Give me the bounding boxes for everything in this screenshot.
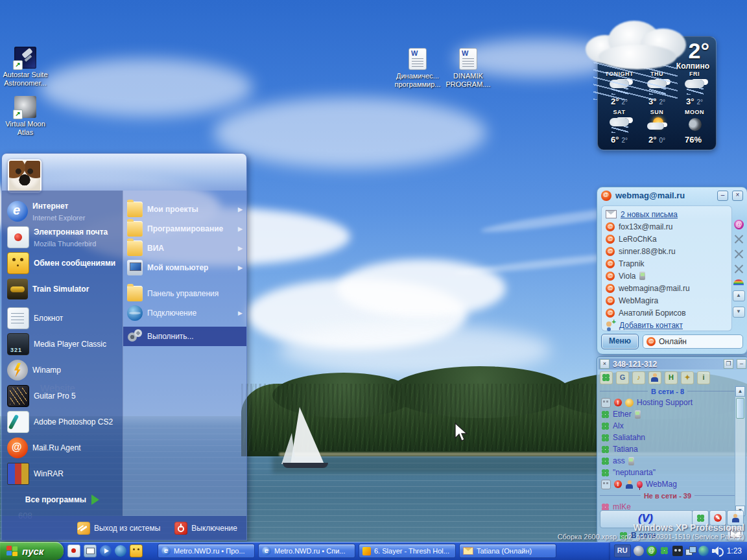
icq-titlebar[interactable]: × 348-121-312 ❐ – bbox=[599, 358, 747, 369]
quicklaunch-thunderbird-icon[interactable] bbox=[67, 544, 80, 557]
group-label: В сети - 8 bbox=[651, 388, 684, 395]
minimize-button[interactable]: – bbox=[737, 359, 746, 369]
icq-contact-row[interactable]: Saliatahn bbox=[600, 432, 735, 443]
offline-group-header[interactable]: Не в сети - 39 bbox=[600, 490, 735, 501]
start-item-connect[interactable]: Подключение ▶ bbox=[123, 303, 246, 323]
task-button-browser-1[interactable]: Metro.NWD.ru • Про... bbox=[158, 544, 255, 558]
start-item-control-panel[interactable]: Панель управления bbox=[123, 284, 246, 303]
contact-row[interactable]: Trapnik bbox=[602, 257, 731, 270]
shutdown-button[interactable]: Выключение bbox=[174, 522, 237, 535]
start-item-notepad[interactable]: Блокнот bbox=[2, 305, 123, 331]
tray-weather-icon[interactable] bbox=[698, 546, 709, 556]
alert-icon: ! bbox=[614, 399, 622, 406]
contact-row[interactable]: Viola bbox=[602, 270, 731, 282]
add-contact-link[interactable]: Добавить контакт bbox=[602, 319, 731, 331]
task-button-browser-2[interactable]: Metro.NWD.ru • Спи... bbox=[258, 544, 355, 558]
close-button[interactable]: × bbox=[732, 191, 743, 201]
tray-audio-device-icon[interactable] bbox=[672, 546, 683, 556]
start-item-photoshop[interactable]: Adobe Photoshop CS2 bbox=[2, 409, 123, 435]
tray-network-icon[interactable] bbox=[685, 546, 696, 556]
task-label: Metro.NWD.ru • Спи... bbox=[274, 547, 345, 555]
submenu-arrow-icon: ▶ bbox=[238, 310, 243, 316]
quicklaunch-show-desktop-icon[interactable] bbox=[84, 544, 97, 557]
icq-scrollbar[interactable]: ▲ ▼ bbox=[735, 386, 746, 517]
icq-contact-row[interactable]: "neptunarta" bbox=[600, 467, 735, 478]
restore-button[interactable]: ❐ bbox=[724, 359, 733, 369]
icq-contact-row[interactable]: ! Hosting Support bbox=[600, 397, 735, 408]
contact-row[interactable]: fox13x@mail.ru bbox=[602, 220, 731, 233]
task-button-chat[interactable]: Tatiana (Онлайн) bbox=[459, 544, 556, 558]
tray-icq-flower-icon[interactable] bbox=[659, 546, 670, 556]
start-item-programming[interactable]: Программирование ▶ bbox=[123, 219, 246, 239]
icq-contact-row[interactable]: Alx bbox=[600, 420, 735, 432]
icon-label: DINAMIK bbox=[453, 72, 483, 80]
start-item-email[interactable]: Электронная почта Mozilla Thunderbird bbox=[2, 224, 123, 250]
status-selector[interactable]: Онлайн bbox=[643, 334, 743, 349]
start-button[interactable]: пуск bbox=[0, 542, 64, 560]
start-item-winamp[interactable]: Winamp bbox=[2, 357, 123, 383]
start-item-train-simulator[interactable]: Train Simulator bbox=[2, 276, 123, 302]
quicklaunch-media-player-icon[interactable] bbox=[100, 545, 112, 557]
mail-window-titlebar[interactable]: webmag@mail.ru – × bbox=[597, 187, 747, 204]
logout-button[interactable]: Выход из системы bbox=[77, 522, 160, 535]
message-tool[interactable]: G bbox=[616, 371, 629, 384]
start-item-messenger[interactable]: Обмен сообщениями bbox=[2, 250, 123, 276]
language-indicator[interactable]: RU bbox=[614, 544, 631, 557]
tray-mailru-agent-icon[interactable] bbox=[646, 546, 657, 556]
scroll-up-button[interactable]: ▲ bbox=[733, 290, 745, 301]
contact-row[interactable]: LeRoChKa bbox=[602, 233, 731, 245]
start-item-winrar[interactable]: WinRAR bbox=[2, 461, 123, 487]
rainbow-icon[interactable] bbox=[733, 279, 744, 285]
close-button[interactable]: × bbox=[600, 359, 610, 369]
disabled-service-icon[interactable] bbox=[734, 250, 744, 259]
taskbar-clock[interactable]: 1:23 bbox=[727, 546, 742, 555]
desktop-icon-autostar[interactable]: ↗ Autostar Suite Astronomer... bbox=[0, 47, 53, 88]
start-item-my-computer[interactable]: Мой компьютер ▶ bbox=[123, 258, 246, 277]
new-mail-link[interactable]: 2 новых письма bbox=[602, 208, 731, 220]
tray-volume-icon[interactable] bbox=[711, 546, 722, 556]
contact-details-tool[interactable] bbox=[648, 371, 661, 384]
mail-window-footer: Меню Онлайн bbox=[601, 334, 743, 349]
disabled-service-icon[interactable] bbox=[734, 235, 744, 244]
scroll-thumb[interactable] bbox=[736, 398, 744, 419]
disabled-service-icon[interactable] bbox=[734, 264, 744, 274]
preferences-wrench-tool[interactable]: ✦ bbox=[681, 371, 694, 384]
task-button-winamp[interactable]: 6. Slayer - Thresh Hol... bbox=[359, 544, 456, 558]
quicklaunch-qip-icon[interactable] bbox=[130, 544, 143, 557]
item-label: Мои проекты bbox=[147, 205, 198, 214]
desktop-icon-doc-en[interactable]: DINAMIK PROGRAM.... bbox=[440, 48, 496, 89]
start-item-run[interactable]: Выполнить... bbox=[123, 327, 246, 346]
start-item-mpc[interactable]: Media Player Classic bbox=[2, 331, 123, 357]
contact-name: Hosting Support bbox=[637, 398, 693, 407]
icq-contact-row[interactable]: ass bbox=[600, 455, 735, 467]
contact-row[interactable]: webmagina@mail.ru bbox=[602, 282, 731, 294]
desktop-icon-virtual-moon[interactable]: ↗ Virtual Moon Atlas bbox=[0, 96, 53, 137]
agent-status-icon[interactable] bbox=[734, 220, 744, 229]
contact-row[interactable]: WebMagira bbox=[602, 294, 731, 307]
icq-contact-row[interactable]: Tatiana bbox=[600, 443, 735, 455]
online-group-header[interactable]: В сети - 8 bbox=[600, 386, 735, 397]
contact-row[interactable]: sinner.88@bk.ru bbox=[602, 245, 731, 257]
history-tool[interactable]: H bbox=[665, 371, 678, 384]
scroll-up-button[interactable]: ▲ bbox=[735, 386, 745, 397]
start-item-my-projects[interactable]: Мои проекты ▶ bbox=[123, 200, 246, 219]
scroll-down-button[interactable]: ▼ bbox=[733, 307, 745, 318]
status-flower-tool[interactable] bbox=[600, 371, 613, 384]
menu-button[interactable]: Меню bbox=[601, 334, 639, 349]
start-item-via[interactable]: ВИА ▶ bbox=[123, 239, 246, 258]
start-item-guitar-pro[interactable]: Guitar Pro 5 bbox=[2, 383, 123, 409]
desktop-icon-doc-ru[interactable]: Динамичес... программир... bbox=[390, 48, 445, 89]
start-item-internet[interactable]: Интернет Internet Explorer bbox=[2, 198, 123, 224]
contact-row[interactable]: Анатолий Борисов bbox=[602, 307, 731, 319]
quicklaunch-browser-icon[interactable] bbox=[115, 545, 126, 557]
sounds-off-tool[interactable]: ♪ bbox=[632, 371, 645, 384]
icon-label: PROGRAM.... bbox=[445, 80, 490, 88]
user-avatar[interactable] bbox=[8, 159, 42, 193]
info-tool[interactable]: i bbox=[697, 371, 710, 384]
icq-contact-row[interactable]: Ether bbox=[600, 408, 735, 420]
tray-app-icon[interactable] bbox=[634, 546, 644, 556]
start-item-mailru-agent[interactable]: Mail.Ru Agent bbox=[2, 435, 123, 461]
minimize-button[interactable]: – bbox=[717, 191, 728, 201]
all-programs-button[interactable]: Все программы bbox=[2, 489, 123, 511]
icq-contact-row[interactable]: ! WebMag bbox=[600, 478, 735, 490]
